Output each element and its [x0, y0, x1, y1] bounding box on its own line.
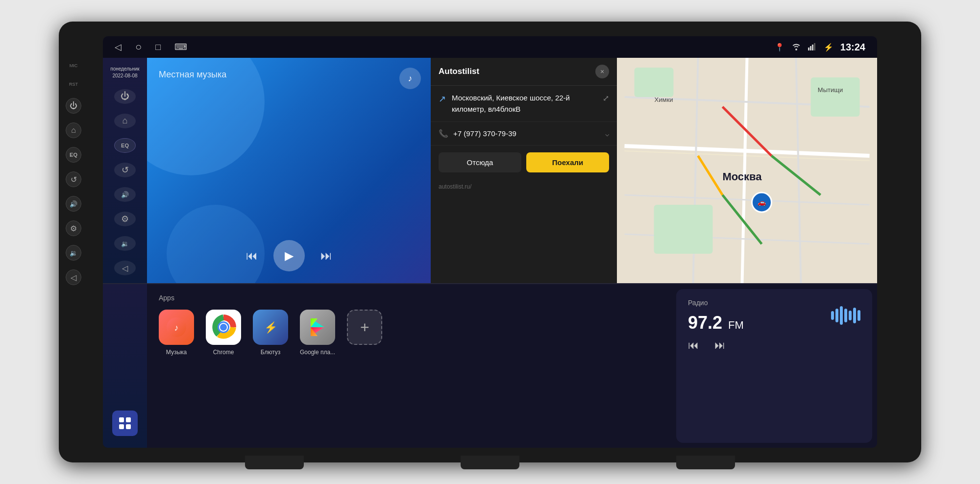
next-btn[interactable]: ⏭: [320, 249, 332, 263]
vol-down-btn[interactable]: 🔉: [66, 245, 81, 261]
svg-text:Мытищи: Мытищи: [818, 86, 843, 94]
wave-bar-2: [835, 309, 838, 322]
nav-recent-icon[interactable]: □: [155, 42, 161, 52]
nav-back-side-btn[interactable]: ◁: [66, 269, 81, 285]
rst-label[interactable]: RST: [66, 79, 81, 89]
svg-text:⚡: ⚡: [264, 321, 278, 334]
nav-home-icon[interactable]: ○: [135, 41, 142, 53]
sidebar-eq-icon[interactable]: EQ: [114, 138, 136, 153]
wave-bar-5: [849, 311, 852, 320]
freq-number: 97.2: [688, 313, 722, 333]
nav-go-btn[interactable]: Поехали: [526, 152, 609, 172]
phone-chevron-icon[interactable]: ⌵: [605, 130, 609, 138]
side-buttons: MIC RST ⏻ ⌂ EQ ↺ 🔊 ⚙ 🔉 ◁: [66, 61, 81, 285]
svg-rect-0: [808, 48, 809, 50]
screen-sidebar: понедельник 2022-08-08 ⏻ ⌂ EQ ↺ 🔊 ⚙ 🔉 ◁: [103, 58, 147, 283]
nav-address-text: Московский, Киевское шоссе, 22-й километ…: [452, 93, 597, 115]
app-item-add[interactable]: + +: [347, 310, 382, 356]
radio-freq: 97.2 FM: [688, 313, 744, 333]
radio-wave: [831, 306, 860, 325]
phone-icon: 📞: [439, 129, 448, 138]
svg-rect-1: [810, 46, 811, 50]
usb-icon: ⌨: [174, 42, 187, 52]
radio-next-btn[interactable]: ⏭: [714, 339, 725, 352]
svg-text:Москва: Москва: [722, 170, 762, 183]
wifi-icon: [791, 43, 801, 52]
bottom-left: Apps ♪: [103, 284, 671, 448]
wave-bar-7: [858, 310, 860, 321]
nav-phone-left: 📞 +7 (977) 370-79-39: [439, 129, 516, 138]
svg-rect-26: [126, 417, 131, 422]
app-item-bluetooth[interactable]: ⚡ Блютуз: [253, 310, 288, 356]
nav-expand-icon[interactable]: ⤢: [603, 94, 609, 103]
radio-prev-btn[interactable]: ⏮: [688, 339, 699, 352]
add-app-icon: +: [347, 310, 382, 345]
apps-widget: Apps ♪: [147, 284, 671, 448]
mount-tab-right: [676, 456, 735, 469]
date-label: 2022-08-08: [110, 73, 139, 79]
prev-btn[interactable]: ⏮: [246, 249, 258, 263]
eq-btn[interactable]: EQ: [66, 147, 81, 163]
bluetooth-status-icon: ⚡: [824, 43, 833, 52]
nav-close-btn[interactable]: ×: [595, 65, 609, 78]
home-btn[interactable]: ⌂: [66, 122, 81, 138]
nav-from-btn[interactable]: Отсюда: [439, 152, 521, 172]
svg-rect-14: [811, 77, 860, 117]
nav-website: autostilist.ru/: [439, 183, 609, 190]
chrome-app-label: Chrome: [213, 349, 234, 356]
sidebar-back-icon[interactable]: ↺: [114, 163, 136, 177]
music-note-btn[interactable]: ♪: [399, 68, 421, 89]
nav-back-icon[interactable]: ◁: [115, 42, 122, 52]
back-btn[interactable]: ↺: [66, 171, 81, 187]
wave-bar-6: [853, 308, 856, 323]
wave-bar-1: [831, 311, 834, 320]
radio-label: Радио: [688, 299, 860, 307]
status-right: 📍 ⚡ 13:24: [775, 42, 865, 53]
power-btn[interactable]: ⏻: [66, 98, 81, 114]
signal-icon: [808, 43, 817, 52]
music-widget: Местная музыка ♪ ⏮ ▶ ⏭: [147, 58, 431, 283]
apps-grid: ♪ Музыка: [159, 310, 660, 356]
svg-text:♪: ♪: [174, 323, 179, 333]
sidebar-voldn-icon[interactable]: 🔉: [114, 236, 136, 251]
top-section: понедельник 2022-08-08 ⏻ ⌂ EQ ↺ 🔊 ⚙ 🔉 ◁ …: [103, 58, 877, 283]
car-unit: MIC RST ⏻ ⌂ EQ ↺ 🔊 ⚙ 🔉 ◁ ◁ ○ □ ⌨ 📍: [59, 22, 921, 462]
nav-address-row: ↗ Московский, Киевское шоссе, 22-й килом…: [431, 86, 617, 122]
mount-tab-left: [245, 456, 304, 469]
main-content: понедельник 2022-08-08 ⏻ ⌂ EQ ↺ 🔊 ⚙ 🔉 ◁ …: [103, 58, 877, 448]
screen: ◁ ○ □ ⌨ 📍 ⚡ 13:24: [103, 36, 877, 448]
chrome-app-icon: [206, 310, 241, 345]
mount-tab-center: [461, 456, 519, 469]
bottom-section: Apps ♪: [103, 284, 877, 448]
phone-number: +7 (977) 370-79-39: [453, 129, 516, 138]
svg-rect-2: [812, 45, 813, 50]
svg-rect-15: [654, 205, 713, 254]
music-controls: ⏮ ▶ ⏭: [159, 240, 419, 271]
app-item-chrome[interactable]: Chrome: [206, 310, 241, 356]
music-app-icon: ♪: [159, 310, 194, 345]
nav-actions: Отсюда Поехали: [431, 145, 617, 179]
vol-up-btn[interactable]: 🔊: [66, 196, 81, 212]
day-label: понедельник: [110, 66, 139, 73]
svg-rect-3: [814, 43, 815, 50]
sidebar-power-icon[interactable]: ⏻: [114, 89, 136, 104]
play-btn[interactable]: ▶: [273, 240, 305, 271]
sidebar-volup-icon[interactable]: 🔊: [114, 187, 136, 202]
nav-footer: autostilist.ru/: [431, 179, 617, 194]
sidebar-nav-icon[interactable]: ◁: [114, 261, 136, 275]
add-app-label: +: [363, 349, 367, 356]
sidebar-settings-icon[interactable]: ⚙: [114, 212, 136, 226]
home-grid-btn[interactable]: [112, 411, 138, 436]
settings-btn[interactable]: ⚙: [66, 220, 81, 236]
bluetooth-app-icon: ⚡: [253, 310, 288, 345]
app-item-music[interactable]: ♪ Музыка: [159, 310, 194, 356]
apps-label: Apps: [159, 294, 660, 302]
music-app-label: Музыка: [166, 349, 187, 356]
wave-bar-4: [844, 309, 847, 322]
svg-rect-13: [635, 68, 674, 97]
mic-label: MIC: [66, 61, 81, 71]
svg-text:🚗: 🚗: [758, 198, 766, 207]
sidebar-home-icon[interactable]: ⌂: [114, 114, 136, 128]
bluetooth-app-label: Блютуз: [261, 349, 281, 356]
app-item-play[interactable]: Google пла...: [300, 310, 335, 356]
